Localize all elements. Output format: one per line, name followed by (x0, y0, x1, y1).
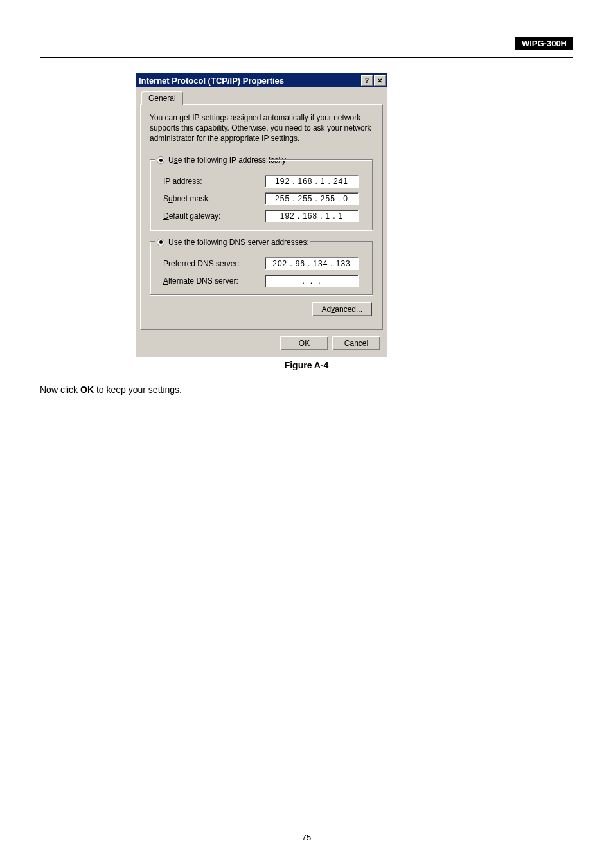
dns-group: Use the following DNS server addresses: … (150, 241, 373, 296)
default-gateway-label: Default gateway: (163, 212, 265, 221)
radio-label: Use the following DNS server addresses: (168, 238, 309, 247)
radio-use-ip[interactable]: Use the following IP address: (157, 156, 268, 165)
tcpip-properties-dialog: Internet Protocol (TCP/IP) Properties ? … (136, 73, 387, 357)
tab-general[interactable]: General (141, 91, 183, 105)
dialog-body: General You can get IP settings assigned… (136, 87, 387, 357)
help-button[interactable]: ? (361, 75, 373, 86)
page-number: 75 (0, 833, 613, 842)
dialog-description: You can get IP settings assigned automat… (150, 113, 373, 144)
model-badge: WIPG-300H (515, 37, 573, 50)
subnet-mask-label: Subnet mask: (163, 194, 265, 203)
ok-button[interactable]: OK (280, 336, 328, 350)
cancel-button[interactable]: Cancel (332, 336, 380, 350)
ip-address-row: IP address: 192.168.1.241 (163, 175, 365, 188)
default-gateway-row: Default gateway: 192.168.1.1 (163, 210, 365, 222)
figure-caption: Figure A-4 (0, 360, 613, 370)
default-gateway-input[interactable]: 192.168.1.1 (265, 210, 359, 222)
radio-use-dns[interactable]: Use the following DNS server addresses: (157, 238, 309, 247)
radio-icon (157, 239, 164, 246)
dialog-title: Internet Protocol (TCP/IP) Properties (139, 76, 361, 86)
alternate-dns-input[interactable]: ... (265, 275, 359, 287)
preferred-dns-label: Preferred DNS server: (163, 259, 265, 268)
preferred-dns-input[interactable]: 202.96.134.133 (265, 257, 359, 270)
ip-address-group: Use the following IP address: IP address… (150, 159, 373, 231)
ip-address-input[interactable]: 192.168.1.241 (265, 175, 359, 188)
header-rule (40, 57, 573, 58)
subnet-mask-input[interactable]: 255.255.255.0 (265, 192, 359, 205)
advanced-button[interactable]: Advanced... (312, 302, 372, 316)
close-button[interactable]: ✕ (374, 75, 386, 86)
preferred-dns-row: Preferred DNS server: 202.96.134.133 (163, 257, 365, 270)
ip-address-label: IP address: (163, 177, 265, 186)
alternate-dns-row: Alternate DNS server: ... (163, 275, 365, 287)
radio-icon (157, 156, 164, 164)
alternate-dns-label: Alternate DNS server: (163, 276, 265, 285)
radio-label: Use the following IP address: (168, 156, 268, 165)
subnet-mask-row: Subnet mask: 255.255.255.0 (163, 192, 365, 205)
dialog-titlebar: Internet Protocol (TCP/IP) Properties ? … (136, 73, 387, 87)
instruction-text: Now click OK to keep your settings. (40, 384, 182, 395)
